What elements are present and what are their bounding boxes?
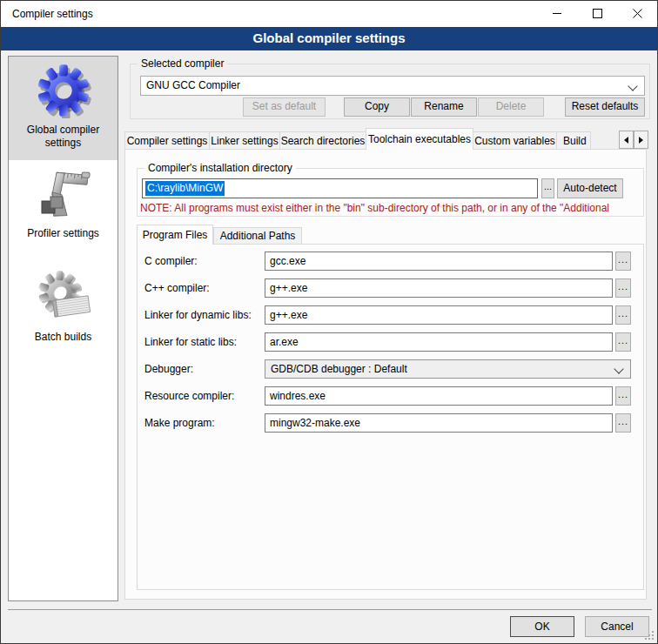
tab-additional-paths[interactable]: Additional Paths	[213, 227, 302, 245]
reset-defaults-button[interactable]: Reset defaults	[565, 97, 645, 117]
sidebar-item-label: Global compiler settings	[9, 124, 118, 150]
cpp-compiler-label: C++ compiler:	[144, 278, 263, 298]
selected-compiler-legend: Selected compiler	[138, 57, 227, 70]
footer-separator	[8, 609, 652, 610]
minimize-icon	[553, 13, 561, 14]
linker-dynamic-label: Linker for dynamic libs:	[144, 305, 263, 325]
auto-detect-button[interactable]: Auto-detect	[557, 178, 623, 198]
sidebar-item-label: Profiler settings	[9, 227, 118, 240]
note-text: NOTE: All programs must exist either in …	[140, 202, 641, 214]
gear-blue-icon	[36, 63, 91, 118]
install-dir-input[interactable]: C:\raylib\MinGW	[142, 178, 538, 198]
compiler-combobox[interactable]: GNU GCC Compiler	[140, 76, 645, 96]
window-title: Compiler settings	[12, 1, 93, 27]
tab-program-files[interactable]: Program Files	[137, 225, 213, 245]
resource-compiler-label: Resource compiler:	[144, 386, 263, 406]
debugger-label: Debugger:	[144, 359, 263, 379]
resize-grip[interactable]	[644, 630, 655, 641]
linker-dynamic-input[interactable]	[265, 305, 613, 325]
debugger-combobox[interactable]: GDB/CDB debugger : Default	[265, 359, 631, 379]
cancel-button[interactable]: Cancel	[585, 616, 649, 637]
compiler-combobox-value: GNU GCC Compiler	[146, 79, 240, 91]
copy-button[interactable]: Copy	[344, 97, 410, 117]
debugger-combobox-value: GDB/CDB debugger : Default	[271, 363, 407, 375]
make-program-label: Make program:	[144, 413, 263, 433]
rename-button[interactable]: Rename	[411, 97, 477, 117]
maximize-button[interactable]	[577, 1, 617, 26]
tab-linker-settings[interactable]: Linker settings	[209, 131, 280, 150]
tab-compiler-settings[interactable]: Compiler settings	[124, 131, 210, 150]
delete-button[interactable]: Delete	[478, 97, 544, 117]
settings-category-list: Global compiler settings Profiler settin…	[8, 56, 118, 601]
linker-dynamic-browse-button[interactable]: ...	[615, 305, 631, 325]
compiler-tabs: Compiler settings Linker settings Search…	[124, 128, 617, 150]
c-compiler-input[interactable]	[265, 252, 613, 271]
tab-search-directories[interactable]: Search directories	[279, 131, 366, 150]
maximize-icon	[593, 9, 602, 18]
dialog-header: Global compiler settings	[1, 27, 657, 50]
sidebar-item-global-compiler-settings[interactable]: Global compiler settings	[9, 57, 118, 160]
linker-static-input[interactable]	[265, 332, 613, 352]
tab-custom-variables[interactable]: Custom variables	[473, 131, 557, 150]
chevron-down-icon	[628, 81, 637, 91]
close-icon	[633, 9, 642, 18]
minimize-button[interactable]	[537, 1, 577, 26]
tab-scroll-right-button[interactable]	[634, 131, 648, 149]
program-files-panel: C compiler: ... C++ compiler: ... Linker…	[137, 244, 644, 590]
install-dir-legend: Compiler's installation directory	[144, 162, 296, 174]
c-compiler-browse-button[interactable]: ...	[615, 252, 631, 271]
close-button[interactable]	[617, 1, 657, 26]
make-program-input[interactable]	[265, 413, 613, 433]
make-program-browse-button[interactable]: ...	[615, 413, 631, 433]
selected-path-text: C:\raylib\MinGW	[145, 181, 225, 196]
ok-button[interactable]: OK	[510, 616, 574, 637]
cpp-compiler-browse-button[interactable]: ...	[615, 278, 631, 298]
c-compiler-label: C compiler:	[144, 252, 263, 271]
resource-compiler-browse-button[interactable]: ...	[615, 386, 631, 406]
sidebar-item-label: Batch builds	[9, 331, 118, 344]
set-as-default-button[interactable]: Set as default	[243, 97, 326, 117]
tab-toolchain-executables[interactable]: Toolchain executables	[366, 128, 473, 150]
sidebar-item-profiler-settings[interactable]: Profiler settings	[9, 160, 118, 264]
chevron-down-icon	[614, 364, 623, 373]
resource-compiler-input[interactable]	[265, 386, 613, 406]
sidebar-item-batch-builds[interactable]: Batch builds	[9, 264, 118, 367]
tab-build-options[interactable]: Build	[556, 131, 591, 150]
titlebar: Compiler settings	[1, 1, 657, 27]
linker-static-browse-button[interactable]: ...	[615, 332, 631, 352]
compiler-settings-dialog: Compiler settings Global compiler settin…	[0, 0, 658, 644]
right-arrow-icon	[639, 137, 643, 144]
caliper-icon	[36, 166, 91, 222]
gear-stack-icon	[36, 270, 91, 325]
tab-scroll-left-button[interactable]	[619, 131, 634, 149]
left-arrow-icon	[624, 137, 628, 144]
linker-static-label: Linker for static libs:	[144, 332, 263, 352]
cpp-compiler-input[interactable]	[265, 278, 613, 298]
install-dir-browse-button[interactable]: ...	[541, 178, 554, 198]
